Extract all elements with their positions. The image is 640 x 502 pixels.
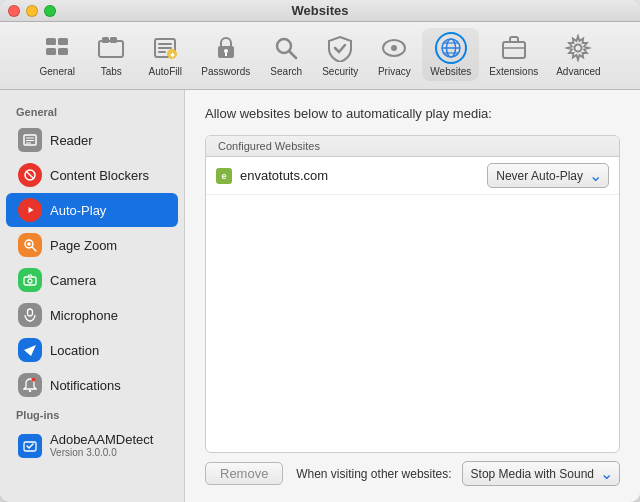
toolbar-item-security[interactable]: Security bbox=[314, 28, 366, 81]
svg-line-17 bbox=[289, 51, 296, 58]
general-label: General bbox=[40, 66, 76, 77]
configured-section: Configured Websites e envatotuts.com Nev… bbox=[205, 135, 620, 453]
advanced-label: Advanced bbox=[556, 66, 600, 77]
sidebar-general-section: General bbox=[0, 100, 184, 122]
titlebar: Websites bbox=[0, 0, 640, 22]
panel-description: Allow websites below to automatically pl… bbox=[205, 106, 620, 121]
camera-label: Camera bbox=[50, 273, 96, 288]
dropdown-arrow-icon: ⌄ bbox=[589, 166, 602, 185]
remove-button[interactable]: Remove bbox=[205, 462, 283, 485]
reader-label: Reader bbox=[50, 133, 93, 148]
site-name: envatotuts.com bbox=[240, 168, 479, 183]
toolbar-item-extensions[interactable]: Extensions bbox=[481, 28, 546, 81]
autofill-icon: ✦ bbox=[149, 32, 181, 64]
bottom-bar: Remove When visiting other websites: Sto… bbox=[205, 453, 620, 486]
traffic-lights bbox=[8, 5, 56, 17]
site-row[interactable]: e envatotuts.com Never Auto-Play ⌄ bbox=[206, 157, 619, 195]
svg-point-41 bbox=[28, 279, 32, 283]
main-panel: Allow websites below to automatically pl… bbox=[185, 90, 640, 502]
svg-rect-4 bbox=[99, 41, 123, 57]
maximize-button[interactable] bbox=[44, 5, 56, 17]
toolbar-item-privacy[interactable]: Privacy bbox=[368, 28, 420, 81]
svg-rect-5 bbox=[102, 37, 109, 43]
site-setting-dropdown[interactable]: Never Auto-Play ⌄ bbox=[487, 163, 609, 188]
sidebar-item-reader[interactable]: Reader bbox=[6, 123, 178, 157]
extensions-icon bbox=[498, 32, 530, 64]
svg-rect-0 bbox=[46, 38, 56, 45]
configured-list: e envatotuts.com Never Auto-Play ⌄ bbox=[206, 157, 619, 452]
tabs-label: Tabs bbox=[101, 66, 122, 77]
sidebar-item-camera[interactable]: Camera bbox=[6, 263, 178, 297]
general-icon bbox=[41, 32, 73, 64]
svg-text:✦: ✦ bbox=[169, 51, 176, 60]
visiting-dropdown-arrow-icon: ⌄ bbox=[600, 464, 613, 483]
microphone-label: Microphone bbox=[50, 308, 118, 323]
sidebar-item-microphone[interactable]: Microphone bbox=[6, 298, 178, 332]
reader-icon bbox=[18, 128, 42, 152]
svg-line-37 bbox=[32, 247, 36, 251]
tabs-icon bbox=[95, 32, 127, 64]
page-zoom-icon bbox=[18, 233, 42, 257]
privacy-icon bbox=[378, 32, 410, 64]
content-blockers-label: Content Blockers bbox=[50, 168, 149, 183]
close-button[interactable] bbox=[8, 5, 20, 17]
passwords-icon bbox=[210, 32, 242, 64]
security-icon bbox=[324, 32, 356, 64]
advanced-icon bbox=[562, 32, 594, 64]
auto-play-label: Auto-Play bbox=[50, 203, 106, 218]
page-zoom-label: Page Zoom bbox=[50, 238, 117, 253]
sidebar-item-page-zoom[interactable]: Page Zoom bbox=[6, 228, 178, 262]
svg-rect-25 bbox=[503, 42, 525, 58]
site-setting-value: Never Auto-Play bbox=[496, 169, 583, 183]
autofill-label: AutoFill bbox=[149, 66, 182, 77]
svg-point-19 bbox=[391, 45, 397, 51]
svg-rect-1 bbox=[58, 38, 68, 45]
svg-rect-3 bbox=[58, 48, 68, 55]
svg-line-33 bbox=[26, 171, 34, 179]
notifications-label: Notifications bbox=[50, 378, 121, 393]
sidebar-item-auto-play[interactable]: Auto-Play bbox=[6, 193, 178, 227]
toolbar-item-websites[interactable]: Websites bbox=[422, 28, 479, 81]
window-title: Websites bbox=[56, 3, 584, 18]
visiting-label: When visiting other websites: bbox=[293, 467, 451, 481]
security-label: Security bbox=[322, 66, 358, 77]
content-area: General Reader Content Blockers bbox=[0, 90, 640, 502]
svg-point-27 bbox=[575, 45, 582, 52]
sidebar-item-notifications[interactable]: Notifications bbox=[6, 368, 178, 402]
plugin-version: Version 3.0.0.0 bbox=[50, 447, 153, 458]
plugin-icon bbox=[18, 434, 42, 458]
visiting-setting-value: Stop Media with Sound bbox=[471, 467, 594, 481]
sidebar-item-location[interactable]: Location bbox=[6, 333, 178, 367]
location-label: Location bbox=[50, 343, 99, 358]
sidebar-plugins-section: Plug-ins bbox=[0, 403, 184, 425]
microphone-icon bbox=[18, 303, 42, 327]
autoplay-icon bbox=[18, 198, 42, 222]
toolbar-item-advanced[interactable]: Advanced bbox=[548, 28, 608, 81]
visiting-setting-dropdown[interactable]: Stop Media with Sound ⌄ bbox=[462, 461, 620, 486]
location-icon bbox=[18, 338, 42, 362]
svg-rect-2 bbox=[46, 48, 56, 55]
sidebar: General Reader Content Blockers bbox=[0, 90, 185, 502]
extensions-label: Extensions bbox=[489, 66, 538, 77]
toolbar-item-tabs[interactable]: Tabs bbox=[85, 28, 137, 81]
notifications-icon bbox=[18, 373, 42, 397]
websites-icon bbox=[435, 32, 467, 64]
search-label: Search bbox=[270, 66, 302, 77]
sidebar-item-adobeaam[interactable]: AdobeAAMDetect Version 3.0.0.0 bbox=[6, 426, 178, 464]
minimize-button[interactable] bbox=[26, 5, 38, 17]
toolbar-item-passwords[interactable]: Passwords bbox=[193, 28, 258, 81]
svg-rect-6 bbox=[110, 37, 117, 43]
svg-rect-42 bbox=[28, 309, 33, 316]
content-blockers-icon bbox=[18, 163, 42, 187]
svg-rect-40 bbox=[24, 277, 36, 285]
svg-point-46 bbox=[32, 378, 36, 382]
toolbar-item-autofill[interactable]: ✦ AutoFill bbox=[139, 28, 191, 81]
plugin-info: AdobeAAMDetect Version 3.0.0.0 bbox=[50, 432, 153, 458]
svg-point-45 bbox=[29, 390, 31, 392]
toolbar-item-general[interactable]: General bbox=[31, 28, 83, 81]
sidebar-item-content-blockers[interactable]: Content Blockers bbox=[6, 158, 178, 192]
privacy-label: Privacy bbox=[378, 66, 411, 77]
site-favicon: e bbox=[216, 168, 232, 184]
safari-preferences-window: Websites General Tabs ✦ AutoFill bbox=[0, 0, 640, 502]
toolbar-item-search[interactable]: Search bbox=[260, 28, 312, 81]
